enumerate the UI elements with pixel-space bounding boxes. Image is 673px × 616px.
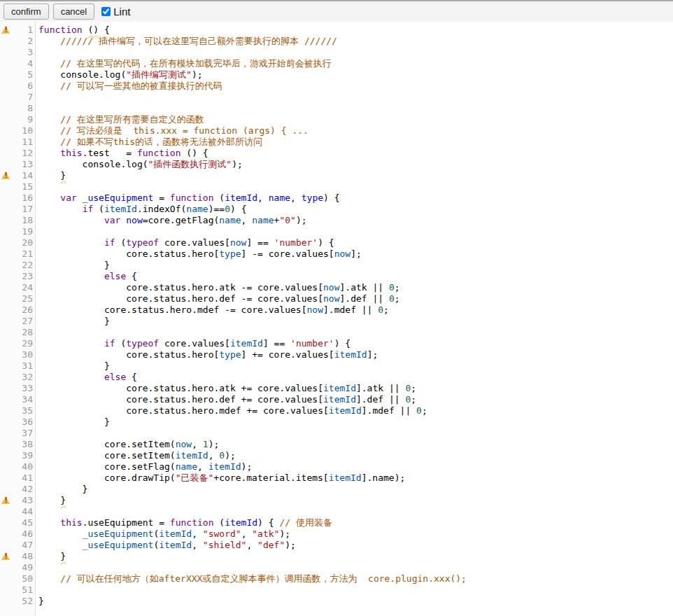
- code-text[interactable]: core.status.hero.atk += core.values[item…: [33, 383, 416, 394]
- code-text[interactable]: // 如果不写this的话，函数将无法被外部所访问: [33, 136, 262, 148]
- code-line[interactable]: 28: [0, 327, 673, 338]
- code-line[interactable]: 42 }: [0, 484, 673, 495]
- code-text[interactable]: [33, 103, 38, 114]
- code-text[interactable]: }: [33, 551, 66, 562]
- confirm-button[interactable]: confirm: [3, 4, 49, 20]
- code-line[interactable]: 7: [0, 92, 673, 103]
- code-text[interactable]: _useEquipment(itemId, "shield", "def");: [33, 540, 296, 551]
- code-line[interactable]: 20 if (typeof core.values[now] == 'numbe…: [0, 237, 673, 248]
- code-line[interactable]: 48 }: [0, 551, 673, 562]
- code-line[interactable]: 52}: [0, 596, 673, 607]
- code-line[interactable]: 8: [0, 103, 673, 114]
- code-text[interactable]: ////// 插件编写，可以在这里写自己额外需要执行的脚本 //////: [33, 36, 337, 47]
- code-line[interactable]: 35 core.status.hero.mdef += core.values[…: [0, 405, 673, 416]
- code-text[interactable]: [33, 92, 38, 103]
- code-line[interactable]: 4 // 在这里写的代码，在所有模块加载完毕后，游戏开始前会被执行: [0, 58, 673, 69]
- code-text[interactable]: [33, 428, 38, 439]
- code-text[interactable]: core.status.hero[type] -= core.values[no…: [33, 248, 362, 260]
- code-text[interactable]: core.status.hero[type] += core.values[it…: [33, 349, 378, 360]
- code-line[interactable]: 46 _useEquipment(itemId, "sword", "atk")…: [0, 528, 673, 540]
- code-text[interactable]: core.setFlag(name, itemId);: [33, 461, 252, 472]
- code-text[interactable]: var now=core.getFlag(name, name+"0");: [33, 215, 307, 226]
- code-text[interactable]: this.test = function () {: [33, 148, 208, 159]
- code-line[interactable]: 41 core.drawTip("已装备"+core.material.item…: [0, 472, 673, 484]
- code-line[interactable]: 3: [0, 47, 673, 58]
- code-text[interactable]: core.drawTip("已装备"+core.material.items[i…: [33, 472, 405, 484]
- code-line[interactable]: 45 this.useEquipment = function (itemId)…: [0, 517, 673, 528]
- code-line[interactable]: 27 }: [0, 316, 673, 327]
- code-text[interactable]: [33, 47, 38, 58]
- code-text[interactable]: console.log("插件编写测试");: [33, 69, 203, 80]
- code-text[interactable]: }: [33, 170, 66, 181]
- code-line[interactable]: 37: [0, 428, 673, 439]
- code-text[interactable]: core.status.hero.mdef += core.values[ite…: [33, 405, 427, 416]
- code-text[interactable]: }: [33, 596, 44, 607]
- code-line[interactable]: 12 this.test = function () {: [0, 148, 673, 159]
- code-text[interactable]: [33, 327, 38, 338]
- code-text[interactable]: console.log("插件函数执行测试");: [33, 159, 243, 170]
- code-text[interactable]: [33, 226, 38, 237]
- code-line[interactable]: 30 core.status.hero[type] += core.values…: [0, 349, 673, 360]
- code-editor[interactable]: 1function () {2 ////// 插件编写，可以在这里写自己额外需要…: [0, 22, 673, 616]
- code-text[interactable]: if (typeof core.values[now] == 'number')…: [33, 237, 334, 248]
- code-line[interactable]: 33 core.status.hero.atk += core.values[i…: [0, 383, 673, 394]
- code-text[interactable]: var _useEquipment = function (itemId, na…: [33, 192, 340, 204]
- code-text[interactable]: }: [33, 260, 110, 271]
- code-text[interactable]: // 可以写一些其他的被直接执行的代码: [33, 80, 222, 92]
- code-line[interactable]: 29 if (typeof core.values[itemId] == 'nu…: [0, 338, 673, 349]
- code-line[interactable]: 11 // 如果不写this的话，函数将无法被外部所访问: [0, 136, 673, 148]
- code-line[interactable]: 51: [0, 584, 673, 596]
- code-text[interactable]: core.status.hero.atk -= core.values[now]…: [33, 282, 400, 293]
- code-line[interactable]: 13 console.log("插件函数执行测试");: [0, 159, 673, 170]
- code-line[interactable]: 6 // 可以写一些其他的被直接执行的代码: [0, 80, 673, 92]
- code-line[interactable]: 24 core.status.hero.atk -= core.values[n…: [0, 282, 673, 293]
- code-text[interactable]: // 在这里写所有需要自定义的函数: [33, 114, 204, 125]
- code-line[interactable]: 49: [0, 562, 673, 573]
- code-text[interactable]: else {: [33, 271, 137, 282]
- code-text[interactable]: }: [33, 495, 66, 506]
- code-text[interactable]: core.setItem(now, 1);: [33, 439, 219, 450]
- code-text[interactable]: [33, 562, 38, 573]
- code-line[interactable]: 10 // 写法必须是 this.xxx = function (args) {…: [0, 125, 673, 136]
- code-line[interactable]: 43 }: [0, 495, 673, 506]
- lint-checkbox[interactable]: [101, 7, 111, 16]
- code-line[interactable]: 47 _useEquipment(itemId, "shield", "def"…: [0, 540, 673, 551]
- code-line[interactable]: 26 core.status.hero.mdef -= core.values[…: [0, 304, 673, 316]
- code-line[interactable]: 44: [0, 506, 673, 517]
- cancel-button[interactable]: cancel: [53, 4, 95, 20]
- code-line[interactable]: 2 ////// 插件编写，可以在这里写自己额外需要执行的脚本 //////: [0, 36, 673, 47]
- code-text[interactable]: core.status.hero.def -= core.values[now]…: [33, 293, 400, 304]
- code-text[interactable]: [33, 506, 38, 517]
- code-line[interactable]: 31 }: [0, 360, 673, 372]
- code-line[interactable]: 16 var _useEquipment = function (itemId,…: [0, 192, 673, 204]
- code-line[interactable]: 1function () {: [0, 24, 673, 36]
- code-line[interactable]: 25 core.status.hero.def -= core.values[n…: [0, 293, 673, 304]
- code-line[interactable]: 21 core.status.hero[type] -= core.values…: [0, 248, 673, 260]
- code-line[interactable]: 36 }: [0, 416, 673, 428]
- code-text[interactable]: core.status.hero.def += core.values[item…: [33, 394, 416, 405]
- code-text[interactable]: _useEquipment(itemId, "sword", "atk");: [33, 528, 290, 540]
- code-line[interactable]: 23 else {: [0, 271, 673, 282]
- code-text[interactable]: else {: [33, 372, 137, 383]
- code-text[interactable]: // 写法必须是 this.xxx = function (args) { ..…: [33, 125, 309, 136]
- code-text[interactable]: [33, 584, 38, 596]
- code-text[interactable]: if (itemId.indexOf(name)==0) {: [33, 204, 246, 215]
- code-text[interactable]: this.useEquipment = function (itemId) { …: [33, 517, 332, 528]
- code-line[interactable]: 39 core.setItem(itemId, 0);: [0, 450, 673, 461]
- code-text[interactable]: }: [33, 316, 110, 327]
- code-text[interactable]: // 可以在任何地方（如afterXXX或自定义脚本事件）调用函数，方法为 co…: [33, 573, 467, 584]
- code-line[interactable]: 38 core.setItem(now, 1);: [0, 439, 673, 450]
- code-text[interactable]: core.setItem(itemId, 0);: [33, 450, 236, 461]
- code-text[interactable]: }: [33, 484, 87, 495]
- code-line[interactable]: 15: [0, 181, 673, 192]
- code-text[interactable]: function () {: [33, 24, 110, 36]
- code-line[interactable]: 17 if (itemId.indexOf(name)==0) {: [0, 204, 673, 215]
- code-text[interactable]: core.status.hero.mdef -= core.values[now…: [33, 304, 389, 316]
- code-text[interactable]: // 在这里写的代码，在所有模块加载完毕后，游戏开始前会被执行: [33, 58, 332, 69]
- code-line[interactable]: 32 else {: [0, 372, 673, 383]
- lint-toggle[interactable]: Lint: [101, 6, 130, 18]
- code-text[interactable]: }: [33, 416, 110, 428]
- code-line[interactable]: 5 console.log("插件编写测试");: [0, 69, 673, 80]
- code-line[interactable]: 18 var now=core.getFlag(name, name+"0");: [0, 215, 673, 226]
- code-line[interactable]: 19: [0, 226, 673, 237]
